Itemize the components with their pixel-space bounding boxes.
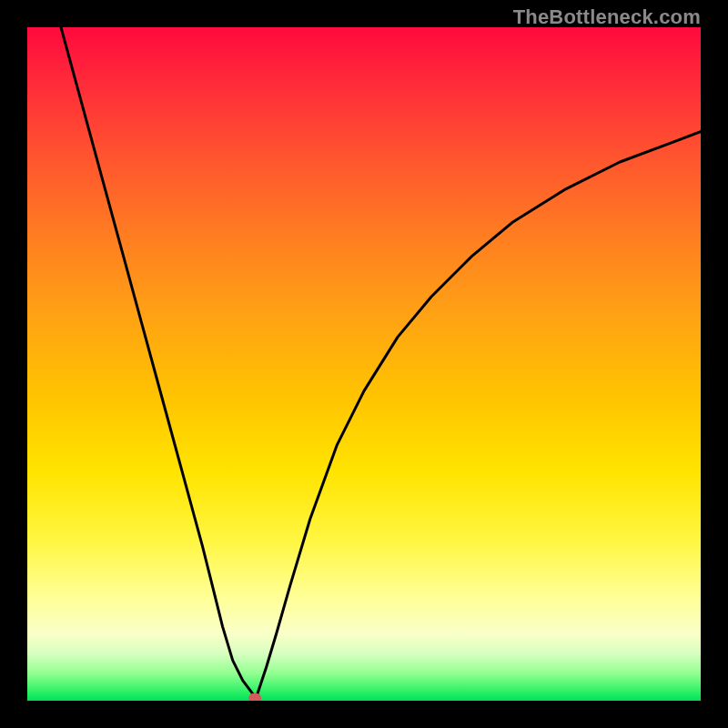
watermark-text: TheBottleneck.com	[513, 5, 701, 29]
chart-frame: TheBottleneck.com	[0, 0, 728, 728]
bottleneck-curve	[61, 27, 701, 701]
minimum-marker	[248, 693, 261, 702]
plot-area	[27, 27, 701, 701]
curve-svg	[27, 27, 701, 701]
curve-group	[61, 27, 701, 701]
